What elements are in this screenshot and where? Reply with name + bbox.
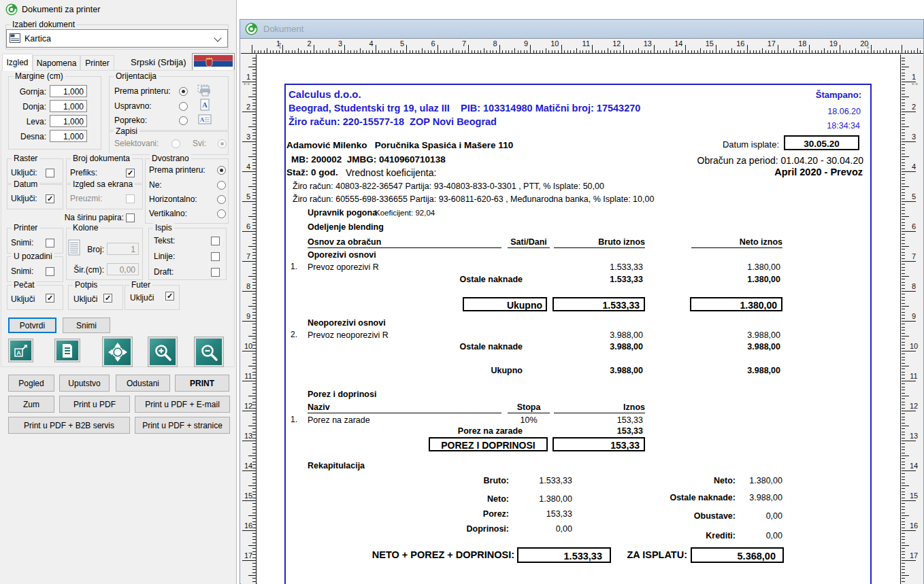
landscape-icon: A (198, 114, 212, 128)
orientation-landscape-label: Popreko: (114, 116, 147, 125)
app-title: Dokumenti za printer (22, 5, 100, 14)
tab-printer[interactable]: Printer (80, 55, 114, 71)
uputstvo-button[interactable]: Uputstvo (59, 375, 110, 392)
row1-bruto: 1.533,33 (610, 262, 643, 272)
orientation-printer-radio[interactable] (179, 87, 188, 96)
zoom-out-button[interactable] (194, 337, 224, 367)
margin-right-input[interactable]: 1,000 (50, 130, 87, 142)
margin-top-input[interactable]: 1,000 (50, 85, 87, 97)
company-account: Žiro račun: 220-15577-18 ZOP Novi Beogra… (288, 116, 497, 128)
document-window-titlebar[interactable]: Dokument (240, 20, 923, 38)
print-pdf-b2b-button[interactable]: Print u PDF + B2B servis (8, 417, 130, 434)
print-button[interactable]: PRINT (175, 375, 229, 392)
broj-dokumenta-group-label: Broj dokumenta (71, 154, 132, 163)
pogled-button[interactable]: Pogled (8, 375, 54, 392)
snimi-button[interactable]: Snimi (63, 317, 110, 333)
tab-printer-label: Printer (85, 58, 109, 68)
font-scale-button[interactable]: A (8, 339, 33, 362)
prefiks-checkbox[interactable] (126, 169, 135, 177)
printed-label: Štampano: (816, 90, 861, 101)
document-select[interactable]: Kartica (6, 29, 228, 48)
ukupno1-label: Ukupno (464, 300, 542, 311)
tekst-checkbox[interactable] (211, 237, 220, 245)
zapisi-svi-radio[interactable] (218, 139, 227, 148)
orientation-landscape-radio[interactable] (179, 116, 188, 125)
total1-value: 1.533,33 (518, 551, 602, 562)
tax-sub-iznos: 153,33 (617, 426, 643, 436)
printer-snimi-checkbox[interactable] (46, 239, 54, 247)
vertical-ruler-right: 1234567891011121314151617 (900, 54, 923, 584)
row2-num: 2. (291, 330, 297, 340)
tax-row-name: Porez na zarade (308, 415, 370, 425)
printer-icon (197, 84, 214, 100)
rekap-bruto-label: Bruto: (484, 476, 510, 485)
tax-total-box: 153,33 (552, 437, 645, 451)
row2-name: Prevoz neoporezivi R (308, 330, 389, 340)
row2-bruto: 3.988,00 (610, 330, 643, 340)
broj-label: Broj: (82, 245, 104, 254)
u-pozadini-snimi-checkbox[interactable] (46, 267, 54, 276)
na-sirinu-checkbox[interactable] (126, 213, 135, 222)
linije-label: Linije: (154, 252, 175, 261)
potpis-ukljuci-checkbox[interactable] (103, 294, 112, 303)
print-pdf-email-button[interactable]: Print u PDF + E-mail (135, 396, 230, 413)
dvostrano-vertikalno-radio[interactable] (217, 209, 226, 218)
print-pdf-stranice-button[interactable]: Print u PDF + stranice (135, 417, 230, 434)
payment-date-label: Datum isplate: (723, 140, 779, 150)
print-pdf-button[interactable]: Print u PDF (59, 396, 130, 413)
tab-napomena[interactable]: Napomena (33, 55, 80, 71)
tab-izgled[interactable]: Izgled (2, 54, 33, 71)
zoom-out-icon (196, 339, 222, 365)
koeficijent: Koeficijent: 92,04 (375, 209, 435, 218)
tekst-label: Tekst: (154, 236, 175, 245)
document-select-value: Kartica (24, 34, 51, 44)
potvrdi-button[interactable]: Potvrdi (8, 317, 56, 333)
margin-marker-top-right[interactable]: ↔ (910, 76, 920, 88)
employee-line: Adamović Milenko Poručnika Spasića i Maš… (286, 140, 513, 151)
margin-left-input[interactable]: 1,000 (50, 115, 87, 127)
broj-input[interactable]: 1 (107, 243, 139, 255)
dvostrano-horizontalno-radio[interactable] (217, 195, 226, 204)
preuzmi-checkbox[interactable] (126, 194, 135, 203)
margin-left-label: Leva: (10, 117, 46, 126)
pan-button[interactable] (102, 337, 133, 367)
draft-checkbox[interactable] (211, 268, 220, 277)
pecat-ukljuci-checkbox[interactable] (46, 294, 54, 303)
dvostrano-ne-radio[interactable] (217, 181, 226, 190)
linije-checkbox[interactable] (211, 252, 220, 261)
rekap-doprinosi-label: Doprinosi: (467, 524, 510, 534)
datum-ukljuci-checkbox[interactable] (46, 194, 54, 203)
odustani-button[interactable]: Odustani (116, 375, 170, 392)
printer-group-label: Printer (12, 223, 39, 233)
ukupno1-neto-box: 1.380,00 (690, 297, 782, 311)
document-view-button[interactable] (54, 339, 80, 362)
futer-ukljuci-checkbox[interactable] (165, 292, 174, 300)
tab-izgled-label: Izgled (6, 58, 28, 67)
rekap-krediti-label: Krediti: (706, 531, 736, 540)
zoom-in-button[interactable] (148, 337, 178, 367)
position: Upravnik pogona (308, 208, 377, 218)
zum-button[interactable]: Zum (8, 396, 54, 413)
tax-total-label-box: POREZ I DOPRINOSI (429, 437, 548, 451)
tax-row-iznos: 153,33 (617, 415, 643, 425)
zapisi-selektovani-radio[interactable] (171, 139, 180, 148)
ukupno2-neto: 3.988,00 (747, 366, 780, 375)
dvostrano-printer-radio[interactable] (217, 166, 226, 175)
margin-bottom-input[interactable]: 1,000 (50, 100, 87, 112)
zoom-in-icon (150, 339, 176, 365)
bank-line-2: Žiro račun: 60555-698-336655 Partija: 93… (293, 194, 654, 204)
row1-num: 1. (291, 262, 297, 272)
zapisi-group-label: Zapisi (114, 126, 139, 136)
tax-total-label: POREZ I DOPRINOSI (430, 440, 546, 451)
staz: Staž: 0 god. (286, 167, 338, 178)
margin-marker-right[interactable]: ↕ (865, 39, 871, 50)
orientation-portrait-radio[interactable] (179, 102, 188, 111)
futer-ukljuci-label: Uključi (130, 293, 154, 303)
margin-marker-left[interactable]: ↕ (278, 39, 283, 50)
raster-ukljuci-checkbox[interactable] (46, 169, 54, 177)
row1-neto: 1.380,00 (747, 262, 780, 272)
sirina-input[interactable]: 0,00 (107, 263, 139, 275)
svg-text:A: A (16, 349, 21, 356)
company-address: Beograd, Studentski trg 19, ulaz III PIB… (288, 103, 640, 114)
margin-marker-top-left[interactable]: ↔ (242, 76, 252, 88)
